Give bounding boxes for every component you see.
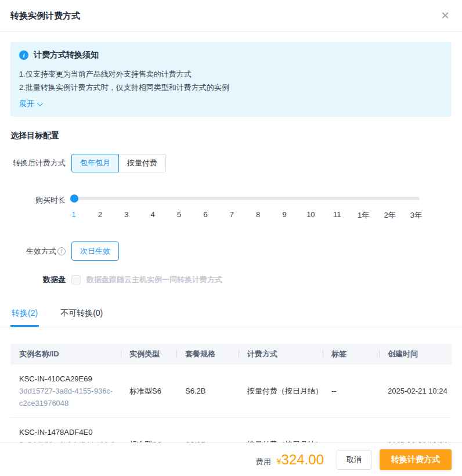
- data-disk-label: 数据盘: [10, 275, 66, 285]
- expand-link[interactable]: 展开: [19, 99, 41, 109]
- effect-time-options: 次日生效: [71, 241, 119, 261]
- duration-tick-8[interactable]: 8: [251, 210, 265, 221]
- duration-slider-ticks: 1 2 3 4 5 6 7 8 9 10 11 1年 2年 3年: [67, 210, 423, 221]
- duration-tick-7[interactable]: 7: [225, 210, 239, 221]
- cancel-button[interactable]: 取消: [337, 450, 371, 470]
- data-disk-checkbox[interactable]: [71, 275, 81, 284]
- col-header-type: 实例类型: [121, 344, 176, 365]
- purchase-duration-row: 购买时长 1 2 3 4 5 6 7 8 9 10 11 1年 2年 3年: [10, 197, 462, 221]
- duration-tick-9[interactable]: 9: [277, 210, 291, 221]
- tab-convertible[interactable]: 转换(2): [10, 308, 39, 327]
- duration-tick-3y[interactable]: 3年: [409, 210, 423, 221]
- instance-tabs: 转换(2) 不可转换(0): [0, 308, 462, 327]
- duration-tick-10[interactable]: 10: [304, 210, 317, 221]
- notice-line-1: 1.仅支持变更为当前产品线对外支持售卖的计费方式: [19, 67, 443, 81]
- duration-tick-6[interactable]: 6: [198, 210, 212, 221]
- cost-amount: 324.00: [281, 452, 324, 468]
- dialog-header: 转换实例计费方式: [0, 0, 462, 32]
- dialog-footer: 费用 ¥ 324.00 取消 转换计费方式: [0, 442, 462, 476]
- col-header-billing: 计费方式: [239, 344, 323, 365]
- duration-tick-11[interactable]: 11: [330, 210, 344, 221]
- table-header-row: 实例名称/ID 实例类型 套餐规格 计费方式 标签 创建时间: [10, 344, 452, 365]
- section-title-target-config: 选择目标配置: [10, 131, 452, 141]
- effect-option-next-day[interactable]: 次日生效: [71, 241, 119, 261]
- effect-time-label: 生效方式: [26, 241, 56, 261]
- col-header-spec: 套餐规格: [176, 344, 239, 365]
- close-icon[interactable]: [439, 9, 452, 22]
- billing-notice-box: 计费方式转换须知 1.仅支持变更为当前产品线对外支持售卖的计费方式 2.批量转换…: [10, 42, 452, 117]
- col-header-created: 创建时间: [379, 344, 452, 365]
- expand-label: 展开: [19, 99, 34, 109]
- cell-name-id: KSC-IN-410CA29E69 3dd15727-3a8d-4155-936…: [10, 365, 121, 418]
- instance-name: KSC-IN-1478ADF4E0: [19, 426, 115, 438]
- cell-spec: S6.2B: [176, 365, 239, 418]
- convert-billing-dialog: 转换实例计费方式 计费方式转换须知 1.仅支持变更为当前产品线对外支持售卖的计费…: [0, 0, 462, 476]
- notice-line-2: 2.批量转换实例计费方式时，仅支持相同类型和计费方式的实例: [19, 81, 443, 94]
- duration-tick-4[interactable]: 4: [146, 210, 160, 221]
- effect-time-label-wrap: 生效方式: [10, 241, 66, 261]
- convert-billing-button[interactable]: 转换计费方式: [380, 449, 452, 470]
- tab-not-convertible[interactable]: 不可转换(0): [59, 308, 104, 327]
- effect-time-row: 生效方式 次日生效: [10, 241, 462, 261]
- duration-tick-3[interactable]: 3: [120, 210, 133, 221]
- table-row[interactable]: KSC-IN-410CA29E69 3dd15727-3a8d-4155-936…: [10, 365, 452, 418]
- cost-label: 费用: [256, 457, 271, 467]
- purchase-duration-label: 购买时长: [10, 196, 66, 204]
- data-disk-checkbox-line: 数据盘跟随云主机实例一同转换计费方式: [71, 275, 222, 285]
- duration-slider-track[interactable]: [71, 197, 420, 200]
- info-icon: [19, 51, 28, 60]
- notice-lines: 1.仅支持变更为当前产品线对外支持售卖的计费方式 2.批量转换实例计费方式时，仅…: [19, 67, 443, 94]
- data-disk-row: 数据盘 数据盘跟随云主机实例一同转换计费方式: [10, 275, 462, 285]
- duration-tick-1y[interactable]: 1年: [356, 210, 370, 221]
- instance-name: KSC-IN-410CA29E69: [19, 373, 115, 385]
- duration-slider: 1 2 3 4 5 6 7 8 9 10 11 1年 2年 3年: [71, 197, 420, 221]
- billing-method-toggle: 包年包月 按量付费: [71, 154, 166, 172]
- cost-display: 费用 ¥ 324.00: [256, 452, 324, 468]
- instance-id: 3dd15727-3a8d-4155-936c-c2ce31976048: [19, 385, 115, 409]
- billing-method-label: 转换后计费方式: [10, 154, 66, 172]
- duration-slider-handle[interactable]: [70, 194, 78, 203]
- notice-head: 计费方式转换须知: [19, 50, 443, 60]
- duration-tick-1[interactable]: 1: [67, 210, 81, 221]
- cell-created: 2025-02-21 10:24: [379, 365, 452, 418]
- duration-tick-2[interactable]: 2: [93, 210, 107, 221]
- help-icon[interactable]: [57, 247, 66, 255]
- notice-title: 计费方式转换须知: [34, 50, 99, 60]
- duration-tick-5[interactable]: 5: [172, 210, 186, 221]
- chevron-down-icon: [37, 100, 43, 106]
- data-disk-checkbox-text: 数据盘跟随云主机实例一同转换计费方式: [86, 275, 222, 285]
- cell-billing: 按量付费（按日月结）: [239, 365, 323, 418]
- col-header-tag: 标签: [323, 344, 379, 365]
- billing-method-row: 转换后计费方式 包年包月 按量付费: [10, 154, 462, 172]
- billing-option-postpaid[interactable]: 按量付费: [119, 154, 166, 172]
- duration-tick-2y[interactable]: 2年: [383, 210, 397, 221]
- dialog-title: 转换实例计费方式: [10, 10, 80, 21]
- cell-type: 标准型S6: [121, 365, 176, 418]
- col-header-name-id: 实例名称/ID: [10, 344, 121, 365]
- cost-currency: ¥: [277, 457, 281, 466]
- billing-option-prepaid[interactable]: 包年包月: [71, 154, 119, 172]
- cell-tag: --: [323, 365, 379, 418]
